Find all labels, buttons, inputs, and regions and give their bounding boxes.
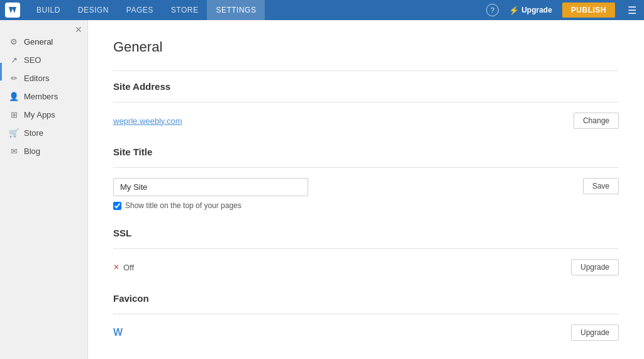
ssl-section: SSL ✕ Off Upgrade [113, 228, 619, 275]
title-divider [113, 70, 619, 71]
main-content: General Site Address weprle.weebly.com C… [88, 20, 644, 359]
favicon-title: Favicon [113, 293, 619, 304]
nav-store[interactable]: Store [162, 0, 208, 20]
nav-right: ? ⚡ Upgrade Publish ☰ [486, 2, 639, 19]
ssl-row: ✕ Off Upgrade [113, 259, 619, 275]
favicon-row: W Upgrade [113, 324, 619, 341]
sidebar: ✕ ⚙ General ↗ SEO ✏ Editors 👤 Members ⊞ … [0, 20, 88, 359]
store-icon: 🛒 [9, 128, 19, 138]
site-address-row: weprle.weebly.com Change [113, 113, 619, 129]
sidebar-nav: ⚙ General ↗ SEO ✏ Editors 👤 Members ⊞ My… [0, 33, 87, 160]
sidebar-members-label: Members [24, 92, 58, 101]
site-title-title: Site Title [113, 146, 619, 157]
site-title-row: Show title on the top of your pages Save [113, 178, 619, 210]
apps-icon: ⊞ [9, 110, 19, 119]
sidebar-item-blog[interactable]: ✉ Blog [0, 142, 87, 160]
show-title-checkbox[interactable] [113, 202, 121, 210]
favicon-divider [113, 314, 619, 314]
sidebar-myapps-label: My Apps [24, 110, 55, 119]
help-button[interactable]: ? [486, 4, 499, 16]
app-body: ✕ ⚙ General ↗ SEO ✏ Editors 👤 Members ⊞ … [0, 20, 644, 359]
ssl-upgrade-button[interactable]: Upgrade [571, 259, 619, 275]
nav-design[interactable]: Design [69, 0, 118, 20]
site-title-inputs: Show title on the top of your pages [113, 178, 308, 210]
nav-items: Build Design Pages Store Settings [28, 0, 486, 20]
upgrade-label: Upgrade [521, 6, 552, 14]
ssl-title: SSL [113, 228, 619, 238]
site-title-section: Site Title Show title on the top of your… [113, 146, 619, 210]
nav-pages[interactable]: Pages [118, 0, 162, 20]
blog-icon: ✉ [9, 146, 19, 156]
page-title: General [113, 39, 619, 55]
logo[interactable] [5, 3, 20, 18]
members-icon: 👤 [9, 92, 19, 101]
bolt-icon: ⚡ [509, 6, 519, 15]
gear-icon: ⚙ [9, 37, 19, 47]
ssl-off-icon: ✕ [113, 263, 119, 272]
show-title-label: Show title on the top of your pages [125, 201, 242, 210]
upgrade-button[interactable]: ⚡ Upgrade [504, 3, 557, 18]
sidebar-close-button[interactable]: ✕ [75, 25, 82, 34]
nav-build[interactable]: Build [28, 0, 69, 20]
seo-icon: ↗ [9, 55, 19, 65]
sidebar-item-editors[interactable]: ✏ Editors [0, 69, 87, 87]
publish-button[interactable]: Publish [562, 3, 615, 18]
favicon-upgrade-button[interactable]: Upgrade [571, 324, 619, 341]
change-address-button[interactable]: Change [574, 113, 619, 129]
site-address-section: Site Address weprle.weebly.com Change [113, 81, 619, 129]
ssl-status-text: Off [123, 263, 134, 272]
sidebar-blog-label: Blog [24, 146, 40, 156]
site-address-divider [113, 102, 619, 102]
sidebar-item-store[interactable]: 🛒 Store [0, 124, 87, 142]
site-address-link[interactable]: weprle.weebly.com [113, 116, 182, 126]
sidebar-editors-label: Editors [24, 74, 49, 83]
ssl-status: ✕ Off [113, 263, 134, 272]
site-address-title: Site Address [113, 81, 619, 92]
favicon-section: Favicon W Upgrade [113, 293, 619, 341]
favicon-preview: W [113, 327, 123, 338]
editors-icon: ✏ [9, 74, 19, 83]
site-title-divider [113, 167, 619, 168]
sidebar-item-general[interactable]: ⚙ General [0, 33, 87, 51]
save-site-title-button[interactable]: Save [583, 178, 619, 194]
sidebar-item-seo[interactable]: ↗ SEO [0, 51, 87, 69]
sidebar-item-myapps[interactable]: ⊞ My Apps [0, 106, 87, 124]
ssl-divider [113, 248, 619, 249]
sidebar-general-label: General [24, 37, 53, 47]
top-navigation: Build Design Pages Store Settings ? ⚡ Up… [0, 0, 644, 20]
menu-icon[interactable]: ☰ [625, 2, 639, 19]
active-indicator [0, 63, 2, 80]
site-title-input[interactable] [113, 178, 308, 196]
nav-settings[interactable]: Settings [207, 0, 265, 20]
show-title-row: Show title on the top of your pages [113, 201, 308, 210]
sidebar-store-label: Store [24, 128, 43, 138]
sidebar-item-members[interactable]: 👤 Members [0, 87, 87, 106]
sidebar-seo-label: SEO [24, 55, 41, 65]
